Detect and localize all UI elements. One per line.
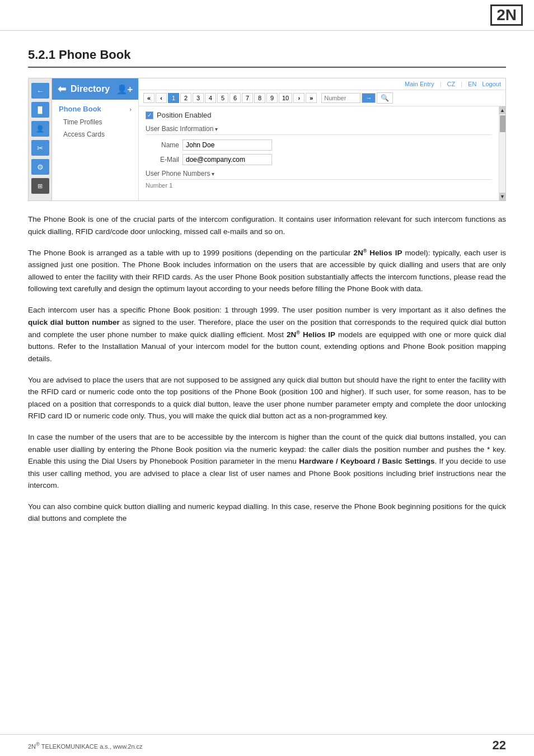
page-btn-1[interactable]: 1 — [168, 93, 179, 103]
body-text: The Phone Book is one of the crucial par… — [28, 213, 506, 525]
page-btn-4[interactable]: 4 — [205, 93, 216, 103]
position-enabled-row: ✓ Position Enabled — [146, 111, 492, 119]
footer-copyright: 2N® TELEKOMUNIKACE a.s., www.2n.cz — [28, 741, 143, 750]
form-area: ✓ Position Enabled User Basic Informatio… — [139, 106, 499, 200]
number-input[interactable] — [321, 93, 360, 103]
arrow-icon: › — [129, 106, 132, 113]
paragraph-6: You can also combine quick button dialli… — [28, 501, 506, 525]
paragraph-5: In case the number of the users that are… — [28, 431, 506, 492]
page-btn-9[interactable]: 9 — [266, 93, 278, 103]
grid-icon[interactable]: ⊞ — [31, 178, 49, 194]
main-area: Main Entry | CZ | EN Logout « ‹ 1 2 3 4 … — [139, 78, 505, 200]
logo: 2N — [490, 4, 523, 26]
email-row: E-Mail — [146, 154, 492, 165]
user-phone-numbers-section[interactable]: User Phone Numbers — [146, 170, 492, 180]
sidebar-icons: ← ▐▌ 👤 ✂ ⚙ ⊞ — [29, 78, 52, 200]
position-enabled-checkbox[interactable]: ✓ — [146, 111, 153, 119]
paragraph-3: Each intercom user has a specific Phone … — [28, 304, 506, 365]
menu-item-time-profiles[interactable]: Time Profiles — [52, 116, 138, 128]
paragraph-2: The Phone Book is arranged as a table wi… — [28, 246, 506, 295]
top-bar: 2N — [0, 0, 534, 31]
next-page-btn[interactable]: › — [293, 93, 305, 103]
menu-item-phonebook[interactable]: Phone Book › — [52, 102, 138, 116]
settings-icon[interactable]: ⚙ — [31, 159, 49, 175]
page-btn-10[interactable]: 10 — [279, 93, 292, 103]
scroll-down-btn[interactable]: ▼ — [499, 193, 506, 200]
paragraph-1: The Phone Book is one of the crucial par… — [28, 213, 506, 237]
pagination-bar: « ‹ 1 2 3 4 5 6 7 8 9 10 › » → 🔍 — [139, 90, 505, 106]
number1-label: Number 1 — [146, 182, 492, 189]
directory-icon: ⬅ — [58, 83, 66, 95]
scroll-up-btn[interactable]: ▲ — [499, 106, 506, 114]
add-user-icon[interactable]: 👤+ — [116, 84, 133, 95]
page-content: 5.2.1 Phone Book ← ▐▌ 👤 ✂ ⚙ ⊞ ⬅ Director… — [0, 31, 534, 556]
name-label: Name — [146, 141, 179, 149]
email-label: E-Mail — [146, 156, 179, 164]
page-btn-2[interactable]: 2 — [180, 93, 191, 103]
email-input[interactable] — [182, 154, 272, 165]
main-entry-link[interactable]: Main Entry — [405, 81, 434, 87]
page-footer: 2N® TELEKOMUNIKACE a.s., www.2n.cz 22 — [0, 734, 534, 756]
back-icon[interactable]: ← — [31, 83, 49, 99]
directory-header: ⬅ Directory 👤+ — [52, 78, 138, 100]
page-btn-6[interactable]: 6 — [229, 93, 241, 103]
page-btn-8[interactable]: 8 — [254, 93, 265, 103]
bar-chart-icon[interactable]: ▐▌ — [31, 102, 49, 118]
directory-label: Directory — [71, 84, 110, 94]
first-page-btn[interactable]: « — [143, 93, 154, 103]
position-enabled-label: Position Enabled — [157, 111, 212, 119]
directory-panel: ⬅ Directory 👤+ Phone Book › Time Profile… — [52, 78, 139, 200]
page-btn-3[interactable]: 3 — [193, 93, 204, 103]
paragraph-4: You are advised to place the users that … — [28, 374, 506, 422]
last-page-btn[interactable]: » — [306, 93, 317, 103]
top-nav: Main Entry | CZ | EN Logout — [139, 78, 505, 90]
en-link[interactable]: EN — [468, 81, 476, 87]
page-btn-7[interactable]: 7 — [242, 93, 253, 103]
page-number: 22 — [493, 738, 506, 753]
logout-link[interactable]: Logout — [482, 81, 501, 87]
menu-item-access-cards[interactable]: Access Cards — [52, 128, 138, 141]
directory-menu: Phone Book › Time Profiles Access Cards — [52, 100, 138, 143]
ui-mockup: ← ▐▌ 👤 ✂ ⚙ ⊞ ⬅ Directory 👤+ Phone Book ›… — [28, 78, 506, 201]
section-title: 5.2.1 Phone Book — [28, 48, 506, 68]
page-btn-5[interactable]: 5 — [217, 93, 228, 103]
edit-icon[interactable]: ✂ — [31, 140, 49, 156]
go-button[interactable]: → — [362, 93, 376, 103]
search-button[interactable]: 🔍 — [377, 92, 393, 104]
name-input[interactable] — [182, 139, 272, 151]
contact-icon[interactable]: 👤 — [31, 121, 49, 137]
prev-page-btn[interactable]: ‹ — [156, 93, 167, 103]
scroll-thumb[interactable] — [500, 115, 505, 132]
name-row: Name — [146, 139, 492, 151]
scrollbar[interactable]: ▲ ▼ — [499, 106, 505, 200]
cz-link[interactable]: CZ — [447, 81, 456, 87]
user-basic-info-section[interactable]: User Basic Information — [146, 125, 492, 135]
